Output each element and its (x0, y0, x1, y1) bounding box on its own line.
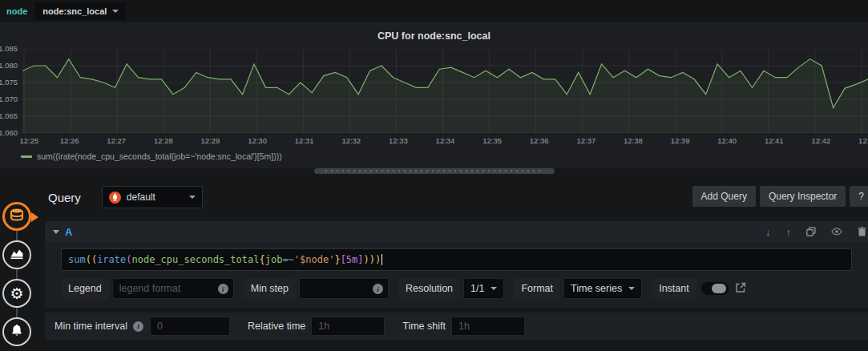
x-tick-label: 12:28 (154, 136, 173, 145)
x-tick-label: 12:41 (765, 136, 784, 145)
format-value: Time series (571, 283, 622, 294)
legend-label: Legend (61, 278, 109, 299)
x-tick-label: 12:43 (858, 136, 868, 145)
x-axis: 12:2512:2612:2712:2812:2912:3012:3112:32… (22, 136, 868, 147)
legend-format-input[interactable] (113, 279, 233, 298)
x-tick-label: 12:31 (295, 136, 314, 145)
query-inspector-button[interactable]: Query Inspector (760, 186, 846, 207)
min-step-label: Min step (244, 278, 296, 299)
external-link-icon[interactable] (735, 282, 746, 299)
disable-eye-icon[interactable] (831, 228, 842, 236)
relative-time-wrap (311, 317, 385, 336)
resize-drag-handle[interactable] (314, 168, 555, 174)
gear-icon: ⚙ (10, 286, 23, 301)
move-down-icon[interactable]: ↓ (765, 227, 771, 237)
y-tick-label: 1.070 (0, 95, 18, 103)
graph-panel: CPU for node:snc_local 1.0851.0801.0751.… (0, 22, 868, 168)
x-tick-label: 12:36 (530, 136, 549, 145)
x-tick-label: 12:26 (60, 136, 79, 145)
datasource-name: default (127, 192, 184, 203)
variable-value-dropdown[interactable]: node:snc_local (35, 2, 126, 20)
x-tick-label: 12:39 (671, 136, 690, 145)
x-tick-label: 12:40 (717, 136, 737, 145)
x-tick-label: 12:32 (341, 136, 361, 145)
time-options-row: Min time interval i Relative time Time s… (45, 313, 868, 340)
x-tick-label: 12:29 (201, 136, 220, 145)
variable-value: node:snc_local (42, 6, 107, 16)
prometheus-icon (109, 192, 121, 204)
bell-icon (10, 324, 23, 341)
query-expression: sum((irate(node_cpu_seconds_total{job=~'… (68, 254, 381, 265)
database-icon (10, 208, 24, 225)
min-time-interval-wrap (150, 317, 230, 336)
chart-svg (22, 49, 868, 133)
editor-content: Query default Add Query Query Inspector … (38, 178, 868, 351)
y-tick-label: 1.085 (0, 45, 18, 53)
dashboard-submenu: node node:snc_local (0, 0, 868, 22)
text-cursor (382, 254, 382, 265)
x-tick-label: 12:25 (19, 136, 38, 145)
y-tick-label: 1.080 (0, 62, 18, 70)
min-time-interval-label: Min time interval (55, 321, 127, 332)
datasource-picker[interactable]: default (102, 186, 203, 208)
time-shift-input[interactable] (452, 317, 524, 335)
tab-queries[interactable] (2, 202, 31, 231)
resolution-value: 1/1 (470, 283, 484, 294)
query-options-row: Legend i Min step i Resolution 1/1 (61, 278, 852, 299)
info-icon[interactable]: i (133, 321, 143, 332)
x-tick-label: 12:42 (811, 136, 830, 145)
plot-area[interactable] (22, 49, 868, 133)
trash-icon[interactable] (858, 227, 866, 236)
query-section-title: Query (48, 191, 81, 204)
caret-down-icon (112, 10, 119, 13)
resolution-label: Resolution (398, 278, 460, 299)
help-button[interactable]: ? (850, 186, 868, 207)
tab-general[interactable]: ⚙ (2, 279, 31, 308)
toggle-knob (712, 284, 726, 293)
query-header: Query default Add Query Query Inspector … (48, 186, 868, 208)
series-color-dash (21, 155, 32, 158)
resolution-select[interactable]: 1/1 (463, 278, 504, 299)
x-tick-label: 12:30 (248, 136, 267, 145)
y-tick-label: 1.075 (0, 79, 18, 87)
collapse-caret-icon[interactable] (53, 230, 59, 234)
instant-toggle[interactable] (701, 282, 729, 295)
panel-editor: ⚙ Query default (0, 178, 868, 351)
caret-down-icon (189, 196, 196, 199)
series-name: sum((irate(node_cpu_seconds_total{job=~'… (37, 151, 282, 161)
instant-label: Instant (652, 278, 696, 299)
y-axis: 1.0851.0801.0751.0701.0651.060 (0, 49, 19, 133)
duplicate-icon[interactable] (806, 227, 816, 236)
relative-time-input[interactable] (312, 317, 384, 335)
query-ref-id[interactable]: A (65, 226, 72, 238)
query-expression-input[interactable]: sum((irate(node_cpu_seconds_total{job=~'… (61, 248, 852, 271)
query-row-a: A ↓ ↑ sum((irate(node_cpu_seconds_ (45, 221, 868, 308)
tab-alert[interactable] (2, 317, 31, 346)
format-label: Format (514, 278, 560, 299)
time-shift-label: Time shift (402, 321, 446, 332)
caret-down-icon (628, 287, 635, 290)
format-select[interactable]: Time series (563, 278, 642, 299)
move-up-icon[interactable]: ↑ (786, 227, 792, 237)
info-icon[interactable]: i (373, 284, 383, 294)
relative-time-label: Relative time (248, 321, 305, 332)
x-tick-label: 12:35 (482, 136, 502, 145)
graph-icon (10, 246, 24, 264)
x-tick-label: 12:27 (107, 136, 126, 145)
info-icon[interactable]: i (218, 284, 228, 294)
header-buttons: Add Query Query Inspector ? (692, 186, 868, 207)
editor-tab-bar: ⚙ (0, 178, 38, 351)
query-row-header: A ↓ ↑ (45, 221, 868, 242)
caret-down-icon (491, 287, 497, 290)
x-tick-label: 12:38 (624, 136, 643, 145)
legend-item[interactable]: sum((irate(node_cpu_seconds_total{job=~'… (21, 151, 282, 161)
panel-title: CPU for node:snc_local (0, 23, 868, 42)
x-tick-label: 12:37 (576, 136, 595, 145)
tab-visualization[interactable] (2, 240, 31, 269)
variable-label: node (6, 6, 27, 16)
legend-input-wrap: i (112, 278, 234, 299)
query-row-actions: ↓ ↑ (765, 227, 860, 237)
add-query-button[interactable]: Add Query (692, 186, 756, 207)
min-time-interval-input[interactable] (151, 317, 229, 335)
x-tick-label: 12:33 (389, 136, 408, 145)
